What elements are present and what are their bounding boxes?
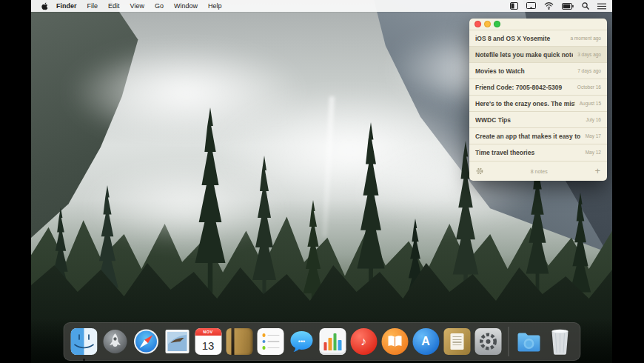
menu-item-finder[interactable]: Finder: [56, 2, 77, 10]
menu-item-go[interactable]: Go: [155, 2, 164, 10]
note-row[interactable]: Time travel theories May 12: [469, 144, 607, 160]
menu-bar-status-icons: [510, 2, 606, 10]
close-button[interactable]: [474, 21, 481, 27]
numbers-bar: [333, 333, 337, 350]
note-title: Here's to the crazy ones. The misfits. T…: [475, 100, 575, 107]
note-date: 3 days ago: [577, 52, 601, 57]
dock-item-reminders[interactable]: [257, 328, 284, 355]
dock-item-calendar[interactable]: NOV 13: [195, 328, 221, 355]
settings-gear-icon[interactable]: [476, 167, 483, 175]
note-date: July 16: [586, 117, 601, 122]
dock: NOV 13 ••• ♪: [63, 322, 580, 361]
dock-item-numbers[interactable]: [319, 328, 346, 355]
dock-item-safari[interactable]: [133, 328, 159, 355]
dock-item-system-preferences[interactable]: [474, 328, 501, 355]
note-date: 7 days ago: [577, 68, 601, 73]
messages-dots: •••: [298, 338, 304, 345]
note-date: May 12: [586, 150, 601, 155]
numbers-bar: [329, 338, 332, 350]
note-row[interactable]: Movies to Watch 7 days ago: [469, 62, 607, 79]
dock-divider: [508, 327, 509, 356]
note-row[interactable]: WWDC Tips July 16: [469, 111, 607, 127]
menu-item-help[interactable]: Help: [208, 2, 222, 10]
note-title: Notefile lets you make quick notes and s…: [475, 51, 573, 59]
note-row[interactable]: Friend Code: 7005-8042-5309 October 16: [469, 79, 607, 95]
zoom-button[interactable]: [494, 21, 500, 27]
minimize-button[interactable]: [484, 21, 491, 27]
note-title: WWDC Tips: [475, 116, 581, 124]
display-mirroring-icon[interactable]: [526, 2, 536, 10]
note-title: Friend Code: 7005-8042-5309: [475, 84, 573, 91]
notes-count-label: 8 notes: [483, 169, 594, 174]
music-note-glyph: ♪: [360, 335, 366, 348]
panel-toggle-icon[interactable]: [510, 2, 518, 10]
note-row-selected[interactable]: Notefile lets you make quick notes and s…: [469, 46, 607, 62]
menu-items: Finder File Edit View Go Window Help: [56, 2, 221, 10]
dock-item-ibooks[interactable]: [381, 328, 408, 355]
note-title: iOS 8 and OS X Yosemite: [475, 35, 566, 42]
note-list: iOS 8 and OS X Yosemite a moment ago Not…: [469, 30, 607, 161]
numbers-bar: [338, 340, 342, 350]
calendar-month-label: NOV: [195, 328, 221, 336]
menu-item-view[interactable]: View: [130, 2, 144, 10]
add-note-button[interactable]: +: [594, 167, 600, 175]
dock-item-downloads-folder[interactable]: [515, 328, 542, 355]
apple-menu-icon[interactable]: [41, 2, 49, 10]
reminders-row: [262, 333, 284, 337]
dock-item-finder[interactable]: [70, 328, 97, 355]
note-date: May 17: [586, 133, 601, 139]
dock-item-contacts[interactable]: [226, 328, 252, 355]
dock-item-messages[interactable]: •••: [288, 328, 315, 355]
dock-item-notefile[interactable]: [443, 328, 470, 355]
note-row[interactable]: Here's to the crazy ones. The misfits. T…: [469, 95, 607, 111]
battery-icon[interactable]: [562, 3, 574, 10]
note-date: August 15: [580, 101, 601, 106]
note-row[interactable]: iOS 8 and OS X Yosemite a moment ago: [469, 30, 607, 46]
note-date: a moment ago: [570, 36, 601, 41]
note-row[interactable]: Create an app that makes it easy to crea…: [469, 127, 607, 144]
notefile-page: [450, 333, 463, 350]
menu-item-window[interactable]: Window: [174, 2, 198, 10]
note-title: Movies to Watch: [475, 67, 573, 75]
wifi-icon[interactable]: [544, 2, 554, 10]
menu-item-file[interactable]: File: [87, 2, 98, 10]
note-title: Create an app that makes it easy to crea…: [475, 133, 581, 140]
dock-item-app-store[interactable]: A: [412, 328, 439, 355]
dock-item-trash[interactable]: [549, 328, 571, 355]
reminders-row: [262, 340, 284, 344]
appstore-letter-glyph: A: [421, 335, 430, 348]
menu-item-edit[interactable]: Edit: [108, 2, 120, 10]
note-date: October 16: [577, 84, 601, 90]
notification-center-icon[interactable]: [597, 3, 606, 10]
dock-item-launchpad[interactable]: [101, 328, 128, 355]
desktop: Finder File Edit View Go Window Help: [31, 0, 612, 363]
spotlight-icon[interactable]: [582, 2, 589, 10]
dock-item-itunes[interactable]: ♪: [350, 328, 377, 355]
numbers-bar: [323, 342, 327, 350]
notefile-window: iOS 8 and OS X Yosemite a moment ago Not…: [469, 19, 607, 181]
reminders-row: [262, 346, 284, 350]
calendar-day-label: 13: [195, 336, 221, 355]
menu-bar: Finder File Edit View Go Window Help: [31, 0, 612, 12]
window-titlebar[interactable]: [469, 19, 607, 30]
note-title: Time travel theories: [475, 149, 581, 156]
dock-item-mail[interactable]: [164, 328, 190, 355]
notes-footer: 8 notes +: [469, 161, 607, 181]
